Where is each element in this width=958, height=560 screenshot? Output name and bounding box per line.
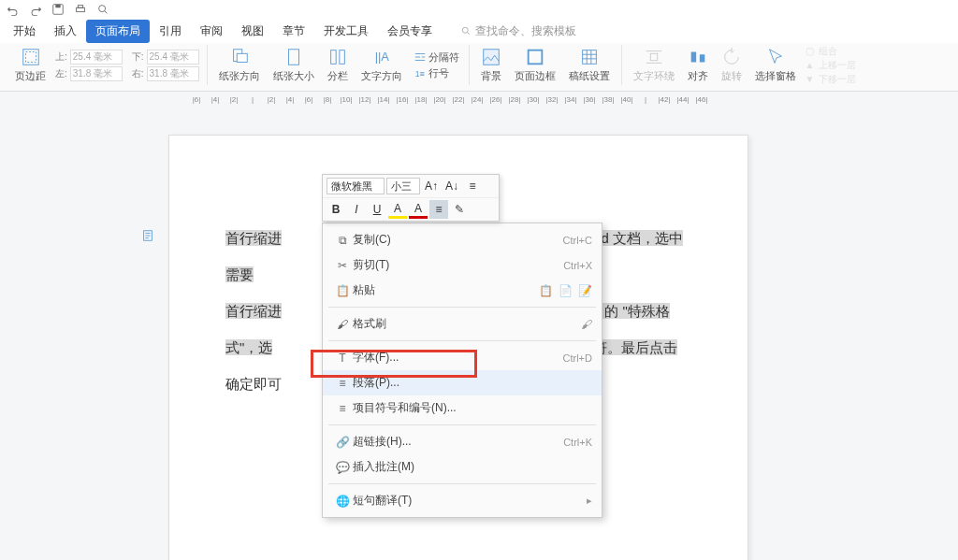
text-line-2a: 首行缩进 (225, 303, 282, 319)
context-menu-item-comment[interactable]: 💬插入批注(M) (323, 454, 602, 480)
margin-left-input[interactable] (70, 66, 123, 81)
line-spacing-button[interactable]: ≡ (463, 177, 482, 195)
svg-rect-3 (78, 6, 82, 8)
preview-icon[interactable] (95, 2, 110, 17)
paste-options[interactable]: 📋📄📝 (539, 284, 592, 297)
breaks-button[interactable]: 分隔符 (412, 50, 461, 65)
margin-top-input[interactable] (70, 50, 123, 65)
ruler-tick: |46| (692, 95, 711, 104)
text-line-3a: 式"，选 (225, 339, 272, 355)
context-menu-item-copy[interactable]: ⧉复制(C)Ctrl+C (323, 227, 602, 252)
ruler-tick: |26| (486, 95, 505, 104)
arrange-group: 文字环绕 对齐 旋转 选择窗格 ▢组合 ▲上移一层 ▼下移一层 (622, 45, 864, 85)
draft-paper-button[interactable]: 稿纸设置 (565, 45, 614, 85)
svg-rect-21 (690, 52, 696, 63)
line-numbers-button[interactable]: 1≡ 行号 (412, 66, 461, 80)
mini-align-button[interactable]: ≡ (429, 200, 448, 219)
format-painter-mini-button[interactable]: ✎ (450, 200, 469, 219)
format-painter-extra[interactable]: 🖌 (581, 318, 592, 331)
context-menu-item-cut[interactable]: ✂剪切(T)Ctrl+X (323, 252, 602, 278)
selection-pane-button[interactable]: 选择窗格 (751, 45, 800, 85)
ruler-tick: |36| (580, 95, 599, 104)
svg-rect-14 (339, 50, 344, 65)
tab-home[interactable]: 开始 (4, 20, 45, 43)
context-menu-separator (328, 424, 596, 425)
font-shrink-button[interactable]: A↓ (443, 177, 461, 195)
ruler-tick: |2| (225, 95, 243, 104)
context-menu-item-font[interactable]: T字体(F)...Ctrl+D (323, 345, 602, 370)
font-grow-button[interactable]: A↑ (422, 177, 441, 195)
orientation-button[interactable]: 纸张方向 (215, 45, 264, 85)
tab-devtools[interactable]: 开发工具 (314, 20, 378, 43)
redo-icon[interactable] (28, 2, 43, 17)
ruler-tick: |34| (561, 95, 580, 104)
font-color-button[interactable]: A (409, 200, 428, 219)
italic-button[interactable]: I (347, 200, 366, 219)
context-menu-label: 项目符号和编号(N)... (353, 400, 592, 416)
svg-rect-17 (483, 50, 499, 65)
svg-point-4 (99, 6, 106, 12)
text-line-1a: 首行缩进 (225, 230, 282, 246)
print-icon[interactable] (73, 2, 88, 17)
svg-rect-20 (650, 53, 657, 60)
margin-right-input[interactable] (147, 66, 199, 81)
command-search[interactable]: 查找命令、搜索模板 (460, 23, 576, 39)
context-menu-item-paste[interactable]: 📋粘贴📋📄📝 (323, 278, 602, 303)
bring-forward-button: ▲上移一层 (806, 59, 856, 72)
undo-icon[interactable] (6, 2, 21, 17)
ruler-tick: |6| (299, 95, 318, 104)
svg-rect-2 (77, 7, 85, 11)
highlight-color-button[interactable]: A (388, 200, 407, 219)
mini-font-name[interactable]: 微软雅黑 (327, 178, 385, 194)
rotate-button: 旋转 (718, 45, 746, 85)
context-menu-item-link[interactable]: 🔗超链接(H)...Ctrl+K (323, 429, 602, 454)
context-menu-item-translate[interactable]: 🌐短句翻译(T)▸ (323, 488, 602, 513)
copy-icon: ⧉ (332, 234, 353, 247)
tab-member[interactable]: 会员专享 (378, 20, 442, 43)
horizontal-ruler[interactable]: |6||4||2|||2||4||6||8||10||12||14||16||1… (0, 92, 958, 107)
bullets-icon: ≡ (332, 402, 353, 415)
align-button[interactable]: 对齐 (684, 45, 712, 85)
tab-insert[interactable]: 插入 (45, 20, 86, 43)
columns-button[interactable]: 分栏 (324, 45, 352, 85)
background-button[interactable]: 背景 (477, 45, 505, 85)
align-icon (688, 47, 708, 67)
tab-review[interactable]: 审阅 (191, 20, 232, 43)
mini-toolbar: 微软雅黑 小三 A↑ A↓ ≡ B I U A A ≡ ✎ (322, 174, 500, 222)
ruler-tick: |12| (356, 95, 374, 104)
tab-section[interactable]: 章节 (273, 20, 314, 43)
ruler-tick: |42| (655, 95, 674, 104)
page-border-button[interactable]: 页面边框 (511, 45, 559, 85)
quick-access-toolbar (0, 0, 958, 19)
ruler-tick: |40| (617, 95, 636, 104)
tab-view[interactable]: 视图 (232, 20, 273, 43)
ruler-tick: |20| (430, 95, 449, 104)
ruler-tick: |24| (468, 95, 486, 104)
svg-line-7 (468, 33, 470, 35)
mini-font-size[interactable]: 小三 (386, 178, 420, 194)
context-menu-item-paragraph[interactable]: ≡段落(P)... (323, 370, 602, 395)
translate-icon: 🌐 (332, 495, 353, 508)
margin-bottom-input[interactable] (147, 50, 199, 65)
ruler-tick: | (636, 95, 655, 104)
comment-icon: 💬 (332, 461, 353, 474)
save-icon[interactable] (51, 2, 65, 17)
tab-references[interactable]: 引用 (150, 20, 191, 43)
text-line-4: 确定即可 (225, 376, 282, 392)
context-menu-item-bullets[interactable]: ≡项目符号和编号(N)... (323, 395, 602, 421)
orientation-icon (229, 47, 250, 67)
underline-button[interactable]: U (368, 200, 386, 219)
text-wrap-button: 文字环绕 (630, 45, 678, 85)
context-menu-item-format-painter[interactable]: 🖌格式刷🖌 (323, 311, 602, 337)
bold-button[interactable]: B (327, 200, 345, 219)
svg-rect-9 (25, 52, 36, 63)
context-menu-label: 段落(P)... (353, 375, 592, 391)
tab-page-layout[interactable]: 页面布局 (86, 20, 150, 43)
svg-text:1≡: 1≡ (414, 69, 424, 79)
svg-text:||A: ||A (374, 50, 389, 64)
text-direction-button[interactable]: ||A 文字方向 (357, 45, 406, 85)
margins-button[interactable]: 页边距 (11, 45, 50, 85)
ruler-tick: |44| (674, 95, 692, 104)
paper-size-button[interactable]: 纸张大小 (269, 45, 318, 85)
context-menu-separator (328, 483, 596, 484)
